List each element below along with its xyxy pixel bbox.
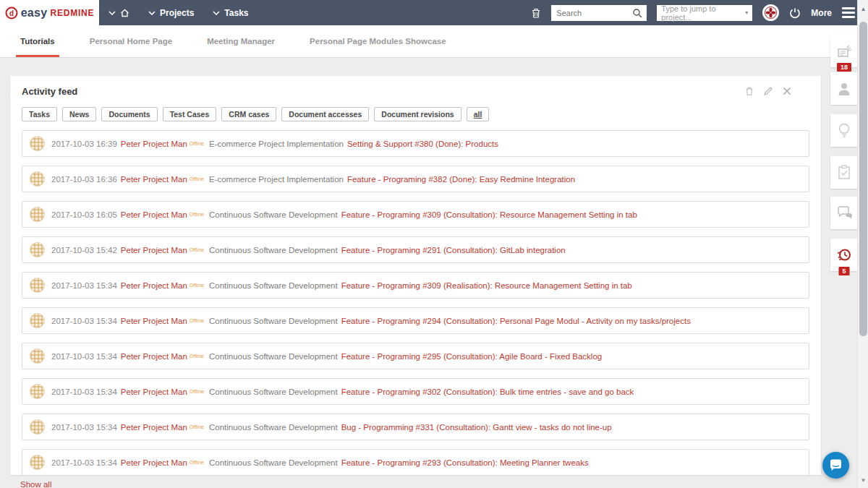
filter-news[interactable]: News — [62, 107, 96, 121]
tab-meeting-manager[interactable]: Meeting Manager — [207, 25, 275, 57]
trash-icon[interactable] — [531, 7, 541, 19]
nav-projects-menu[interactable]: Projects — [148, 8, 194, 18]
row-avatar[interactable] — [30, 455, 45, 470]
row-task-link[interactable]: Setting & Support #380 (Done): Products — [347, 140, 498, 148]
nav-tasks-menu[interactable]: Tasks — [213, 8, 248, 18]
chat-launcher-button[interactable] — [822, 452, 849, 479]
activity-row: 2017-10-03 15:42 Peter Project Man Offli… — [22, 236, 809, 263]
user-avatar[interactable] — [762, 4, 779, 21]
nav-projects-label: Projects — [160, 8, 194, 18]
row-avatar[interactable] — [30, 419, 45, 435]
news-feed-icon — [836, 44, 852, 59]
row-task-link[interactable]: Feature - Programing #294 (Consultation)… — [341, 317, 691, 325]
row-user-link[interactable]: Peter Project Man — [121, 281, 187, 290]
scrollbar-thumb[interactable] — [859, 22, 867, 336]
row-project-name: E-commerce Project Implementation — [209, 140, 344, 148]
activity-row: 2017-10-03 16:39 Peter Project Man Offli… — [22, 130, 809, 157]
row-avatar[interactable] — [30, 171, 45, 187]
row-presence-label: Offline — [190, 212, 204, 217]
easy-redmine-logo[interactable]: d easyREDMINE — [0, 0, 99, 25]
row-user-link[interactable]: Peter Project Man — [121, 210, 187, 219]
row-avatar[interactable] — [30, 313, 45, 328]
tab-bar: TutorialsPersonal Home PageMeeting Manag… — [0, 25, 857, 58]
vertical-scrollbar[interactable]: ▲ ▼ — [857, 0, 868, 488]
activity-row: 2017-10-03 15:34 Peter Project Man Offli… — [22, 343, 809, 369]
user-icon — [836, 81, 852, 96]
row-user-link[interactable]: Peter Project Man — [121, 458, 187, 467]
chat-bubbles-icon — [836, 206, 853, 221]
row-task-link[interactable]: Bug - Programming #331 (Consultation): G… — [341, 423, 612, 432]
top-navbar: d easyREDMINE Projects Tasks Type to ju — [0, 0, 868, 25]
activity-row: 2017-10-03 15:34 Peter Project Man Offli… — [22, 307, 809, 334]
row-avatar[interactable] — [30, 242, 45, 257]
row-avatar[interactable] — [30, 348, 45, 364]
tab-personal-home-page[interactable]: Personal Home Page — [90, 25, 172, 57]
filter-test-cases[interactable]: Test Cases — [163, 107, 217, 121]
row-presence-label: Offline — [190, 424, 204, 429]
row-user-link[interactable]: Peter Project Man — [121, 352, 187, 361]
filter-document-accesses[interactable]: Document accesses — [281, 107, 369, 121]
scroll-up-arrow-icon[interactable]: ▲ — [858, 6, 868, 12]
row-presence-label: Offline — [190, 318, 204, 323]
row-user-link[interactable]: Peter Project Man — [121, 423, 187, 432]
row-user-link[interactable]: Peter Project Man — [121, 246, 187, 254]
activity-row: 2017-10-03 15:34 Peter Project Man Offli… — [22, 272, 809, 299]
tab-tutorials[interactable]: Tutorials — [20, 25, 55, 57]
filter-documents[interactable]: Documents — [101, 107, 157, 121]
news-badge: 18 — [837, 63, 851, 72]
hamburger-menu-icon[interactable] — [842, 7, 855, 18]
sidebar-chat-button[interactable] — [830, 197, 858, 229]
row-project-name: Continuous Software Development — [209, 352, 338, 361]
row-user-link[interactable]: Peter Project Man — [121, 140, 187, 148]
row-task-link[interactable]: Feature - Programing #302 (Consultation)… — [341, 388, 634, 396]
tab-personal-page-modules-showcase[interactable]: Personal Page Modules Showcase — [310, 25, 446, 57]
panel-close-icon[interactable] — [782, 86, 792, 96]
row-avatar[interactable] — [30, 384, 45, 399]
show-all-link[interactable]: Show all — [20, 480, 51, 488]
sidebar-users-button[interactable] — [830, 72, 858, 105]
row-avatar[interactable] — [30, 136, 45, 151]
sidebar-checklist-button[interactable] — [830, 156, 858, 189]
row-project-name: Continuous Software Development — [209, 317, 338, 325]
sidebar-history-button[interactable]: 5 — [830, 239, 858, 271]
filter-all[interactable]: all — [467, 107, 490, 121]
row-task-link[interactable]: Feature - Programing #295 (Consultation)… — [341, 352, 603, 361]
row-task-link[interactable]: Feature - Programing #382 (Done): Easy R… — [347, 175, 575, 184]
row-user-link[interactable]: Peter Project Man — [121, 388, 187, 396]
sidebar-ideas-button[interactable] — [830, 114, 858, 147]
row-task-link[interactable]: Feature - Programing #309 (Consultation)… — [341, 210, 637, 219]
jump-to-project-select[interactable]: Type to jump to project... ▾ — [657, 5, 752, 21]
scroll-down-arrow-icon[interactable]: ▼ — [858, 477, 868, 484]
row-presence-label: Offline — [190, 141, 204, 146]
panel-edit-icon[interactable] — [763, 86, 773, 96]
panel-trash-icon[interactable] — [744, 86, 754, 96]
filter-button-row: TasksNewsDocumentsTest CasesCRM casesDoc… — [22, 107, 809, 121]
chevron-down-icon — [109, 11, 116, 15]
row-timestamp: 2017-10-03 15:34 — [51, 388, 117, 396]
activity-row: 2017-10-03 16:05 Peter Project Man Offli… — [22, 201, 809, 228]
nav-home-menu[interactable] — [109, 9, 129, 17]
sidebar-news-button[interactable]: 18 — [830, 35, 858, 67]
chat-bubble-icon — [829, 458, 843, 472]
row-task-link[interactable]: Feature - Programing #293 (Consultation)… — [341, 458, 589, 467]
panel-title: Activity feed — [22, 86, 77, 97]
search-input[interactable] — [552, 9, 632, 17]
jump-to-project-placeholder: Type to jump to project... — [661, 4, 745, 22]
search-icon[interactable] — [632, 8, 642, 18]
row-avatar[interactable] — [30, 207, 45, 222]
filter-document-revisions[interactable]: Document revisions — [374, 107, 461, 121]
activity-row: 2017-10-03 15:34 Peter Project Man Offli… — [22, 449, 809, 476]
row-project-name: Continuous Software Development — [209, 423, 338, 432]
row-task-link[interactable]: Feature - Programing #291 (Consultation)… — [341, 246, 566, 254]
logout-power-icon[interactable] — [789, 7, 801, 19]
row-user-link[interactable]: Peter Project Man — [121, 175, 187, 184]
row-user-link[interactable]: Peter Project Man — [121, 317, 187, 325]
avatar-knot-icon — [765, 7, 777, 19]
history-badge: 5 — [838, 267, 849, 275]
row-task-link[interactable]: Feature - Programing #309 (Realisation):… — [341, 281, 632, 290]
activity-row: 2017-10-03 16:36 Peter Project Man Offli… — [22, 166, 809, 192]
row-avatar[interactable] — [30, 278, 45, 293]
filter-crm-cases[interactable]: CRM cases — [221, 107, 276, 121]
filter-tasks[interactable]: Tasks — [22, 107, 57, 121]
more-button[interactable]: More — [811, 8, 832, 18]
